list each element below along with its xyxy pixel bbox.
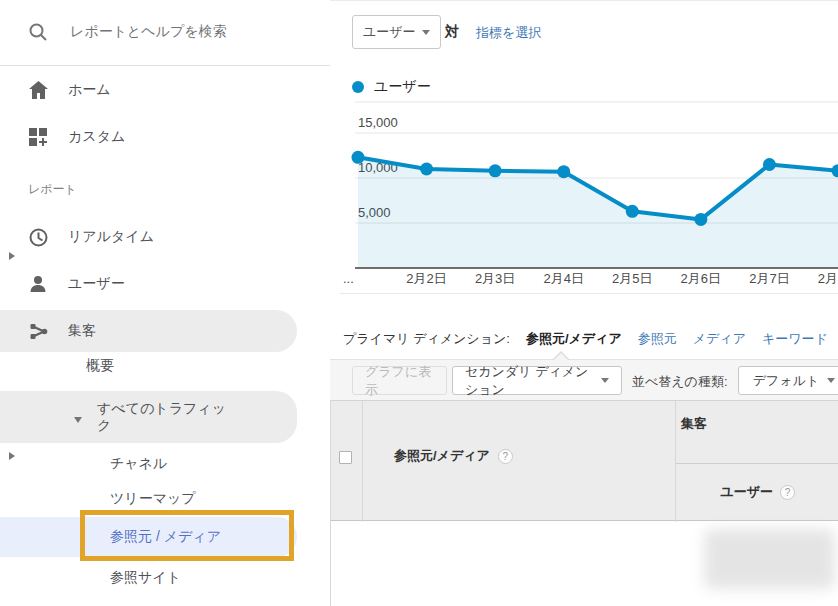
users-chart: 15,00010,0005,000...2月2日2月3日2月4日2月5日2月6日… [340, 99, 838, 291]
sidebar: レポートとヘルプを検索 ホーム カスタム レポート [0, 0, 330, 606]
selected-dimension-notch [554, 353, 568, 360]
svg-text:15,000: 15,000 [358, 115, 398, 130]
column-header-users[interactable]: ユーザー [720, 483, 795, 501]
legend-dot-icon [352, 81, 364, 93]
table-header: 参照元/メディア 集客 ユーザー [331, 401, 838, 521]
svg-text:...: ... [343, 271, 354, 286]
reports-section-label: レポート [28, 181, 77, 198]
sidebar-item-label: ユーザー [68, 275, 125, 293]
plot-rows-label: グラフに表示 [365, 363, 434, 399]
dimension-link-medium[interactable]: メディア [693, 330, 746, 348]
sidebar-item-label: 参照サイト [110, 569, 181, 587]
help-icon[interactable] [498, 449, 513, 464]
sidebar-item-home[interactable]: ホーム [0, 72, 297, 108]
secondary-dimension-dropdown[interactable]: セカンダリ ディメンション [452, 366, 622, 395]
select-metric-link[interactable]: 指標を選択 [476, 24, 541, 42]
sidebar-item-label: チャネル [110, 455, 167, 473]
column-header-label: ユーザー [720, 483, 773, 501]
svg-text:2月8日: 2月8日 [818, 271, 838, 286]
report-search[interactable]: レポートとヘルプを検索 [0, 12, 297, 52]
analytics-app: レポートとヘルプを検索 ホーム カスタム レポート [0, 0, 838, 606]
person-icon [28, 274, 48, 294]
svg-text:2月7日: 2月7日 [749, 271, 789, 286]
sidebar-item-label: すべてのトラフィック [0, 400, 230, 434]
custom-grid-icon [28, 127, 48, 147]
sidebar-item-label: ツリーマップ [110, 490, 196, 508]
primary-dimension-bar: プライマリ ディメンション: 参照元/メディア 参照元 メディア キーワード [343, 330, 838, 348]
svg-text:2月3日: 2月3日 [475, 271, 515, 286]
sidebar-item-all-traffic[interactable]: すべてのトラフィック [0, 391, 297, 443]
source-medium-table: 参照元/メディア 集客 ユーザー [330, 400, 838, 606]
column-header-source-medium[interactable]: 参照元/メディア [394, 447, 513, 465]
home-icon [28, 80, 48, 100]
chart-legend: ユーザー [352, 78, 431, 96]
annotation-highlight-box [80, 510, 294, 561]
divider [676, 463, 838, 464]
help-icon[interactable] [780, 485, 795, 500]
svg-text:2月6日: 2月6日 [681, 271, 721, 286]
sidebar-item-realtime[interactable]: リアルタイム [0, 219, 297, 255]
divider [0, 65, 330, 66]
sidebar-item-channels[interactable]: チャネル [0, 447, 297, 481]
metric-selector-dropdown[interactable]: ユーザー [352, 15, 441, 49]
sidebar-item-label: カスタム [68, 128, 125, 146]
dimension-selected-source-medium: 参照元/メディア [526, 330, 622, 348]
primary-dimension-label: プライマリ ディメンション: [343, 330, 510, 348]
divider [340, 293, 838, 294]
chevron-down-icon [601, 378, 609, 383]
sidebar-item-overview[interactable]: 概要 [0, 349, 297, 383]
metric-selector-value: ユーザー [363, 23, 416, 41]
column-header-label: 参照元/メディア [394, 447, 490, 465]
search-icon [28, 22, 48, 42]
sidebar-item-custom[interactable]: カスタム [0, 119, 297, 155]
column-group-acquisition: 集客 [681, 415, 707, 433]
search-placeholder: レポートとヘルプを検索 [70, 23, 227, 41]
report-content: ユーザー 対 指標を選択 ユーザー 15,00010,0005,000...2月… [330, 0, 838, 606]
svg-text:2月2日: 2月2日 [406, 271, 446, 286]
dimension-link-source[interactable]: 参照元 [638, 330, 677, 348]
sidebar-item-label: 概要 [86, 357, 114, 375]
sort-type-label: 並べ替えの種類: [632, 373, 728, 391]
table-toolbar: グラフに表示 セカンダリ ディメンション 並べ替えの種類: デフォルト [330, 359, 838, 400]
acquisition-share-icon [28, 321, 48, 341]
clock-icon [28, 227, 48, 247]
sidebar-item-label: ホーム [68, 81, 111, 99]
sidebar-item-referrals[interactable]: 参照サイト [0, 561, 297, 595]
redacted-cell-value [704, 529, 835, 589]
svg-text:2月5日: 2月5日 [612, 271, 652, 286]
svg-text:2月4日: 2月4日 [543, 271, 583, 286]
collapse-arrow-icon[interactable] [74, 417, 82, 423]
users-line-chart: 15,00010,0005,000...2月2日2月3日2月4日2月5日2月6日… [340, 99, 838, 291]
vs-label: 対 [445, 23, 459, 41]
secondary-dimension-label: セカンダリ ディメンション [465, 363, 593, 399]
sidebar-item-audience[interactable]: ユーザー [0, 266, 297, 302]
chevron-down-icon [827, 378, 835, 383]
sidebar-item-label: リアルタイム [68, 228, 154, 246]
sort-type-dropdown[interactable]: デフォルト [738, 366, 838, 395]
dimension-link-keyword[interactable]: キーワード [762, 330, 828, 348]
select-all-checkbox[interactable] [339, 451, 352, 464]
chevron-down-icon [422, 30, 430, 35]
sidebar-item-acquisition[interactable]: 集客 [0, 310, 297, 352]
metric-picker-row: ユーザー 対 指標を選択 [330, 15, 838, 49]
legend-label: ユーザー [374, 78, 431, 96]
plot-rows-button[interactable]: グラフに表示 [352, 366, 447, 395]
sort-type-value: デフォルト [753, 372, 820, 390]
sidebar-item-label: 集客 [68, 322, 96, 340]
